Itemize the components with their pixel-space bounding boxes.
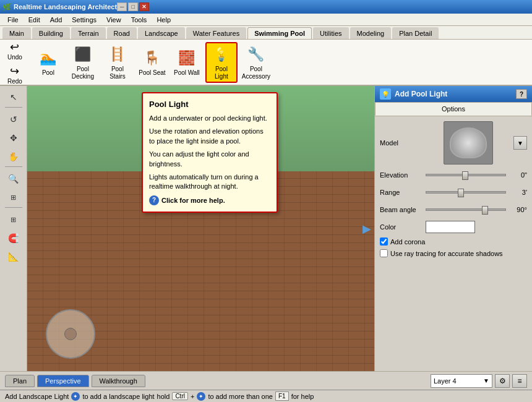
- model-preview-image: [450, 127, 487, 158]
- main-area: ↖ ↺ ✥ ✋ 🔍 ⊞ ⊞ 🧲 📐 ▶ Pool Light Add a und…: [0, 86, 532, 371]
- layer-menu-button[interactable]: ≡: [512, 374, 527, 388]
- menu-item-help[interactable]: Help: [152, 15, 176, 25]
- tooltip-p2: Use the rotation and elevation options t…: [149, 127, 270, 146]
- menu-item-file[interactable]: File: [2, 15, 24, 25]
- menu-item-edit[interactable]: Edit: [24, 15, 45, 25]
- tooltip-p3: You can adjust the light color and brigh…: [149, 150, 270, 169]
- color-swatch[interactable]: [426, 221, 475, 233]
- range-label: Range: [380, 189, 423, 196]
- compass-hand: [64, 328, 77, 340]
- ray-tracing-row: Use ray tracing for accurate shadows: [380, 249, 527, 257]
- zoom-tool[interactable]: 🔍: [4, 170, 24, 187]
- click-icon1: ✦: [71, 392, 80, 401]
- menu-item-add[interactable]: Add: [45, 15, 67, 25]
- ray-tracing-checkbox[interactable]: [380, 249, 388, 257]
- separator3: [4, 207, 23, 210]
- minimize-button[interactable]: ─: [117, 2, 127, 11]
- range-slider-container: [426, 191, 506, 194]
- status-text2: to add a landscape light: [82, 393, 154, 400]
- ribbon-item-pool-stairs[interactable]: 🪜Pool Stairs: [101, 43, 134, 82]
- menu-item-view[interactable]: View: [101, 15, 126, 25]
- tab-plan-detail[interactable]: Plan Detail: [392, 27, 439, 39]
- tab-landscape[interactable]: Landscape: [138, 27, 185, 39]
- pool-accessory-label: Pool Accessory: [242, 66, 270, 80]
- left-toolbar: ↖ ↺ ✥ ✋ 🔍 ⊞ ⊞ 🧲 📐: [0, 86, 27, 371]
- pool-light-label: Pool Light: [208, 66, 235, 80]
- grid-tool[interactable]: ⊞: [4, 211, 24, 228]
- pool-seat-icon: 🪑: [142, 48, 162, 68]
- beam-angle-row: Beam angle 90°: [380, 203, 527, 216]
- ctrl-key: Ctrl: [172, 392, 188, 400]
- ribbon-item-pool-light[interactable]: 💡Pool Light: [205, 42, 238, 83]
- menu-item-settings[interactable]: Settings: [67, 15, 101, 25]
- ribbon-item-pool[interactable]: 🏊Pool: [32, 46, 64, 79]
- add-corona-checkbox[interactable]: [380, 237, 388, 246]
- app-icon: 🌿: [2, 3, 11, 11]
- snap-tool[interactable]: 🧲: [4, 229, 24, 247]
- select-tool[interactable]: ↖: [4, 88, 24, 106]
- tab-water-features[interactable]: Water Features: [186, 27, 246, 39]
- right-panel-header: 💡 Add Pool Light ?: [375, 86, 532, 102]
- pool-light-icon: 💡: [212, 45, 231, 64]
- beam-angle-label: Beam angle: [380, 206, 423, 213]
- model-label: Model: [380, 139, 423, 147]
- panel-help-button[interactable]: ?: [516, 89, 527, 99]
- ribbon-item-pool-decking[interactable]: ⬛Pool Decking: [67, 43, 99, 82]
- ribbon-item-pool-seat[interactable]: 🪑Pool Seat: [136, 46, 168, 79]
- ribbon-item-pool-accessory[interactable]: 🔧Pool Accessory: [240, 43, 272, 82]
- canvas-area[interactable]: ▶ Pool Light Add a underwater or pool de…: [27, 86, 374, 371]
- perspective-tab[interactable]: Perspective: [37, 375, 88, 387]
- pool-icon: 🏊: [38, 48, 58, 68]
- tab-main[interactable]: Main: [2, 27, 31, 39]
- separator1: [4, 107, 23, 109]
- tooltip-p4: Lights automatically turn on during a re…: [149, 173, 270, 192]
- color-label: Color: [380, 223, 423, 231]
- elevation-value: 0": [508, 171, 527, 179]
- move-tool[interactable]: ✥: [4, 129, 24, 147]
- undo-button[interactable]: ↩ Undo: [5, 39, 25, 62]
- redo-button[interactable]: ↪ Redo: [5, 63, 25, 86]
- pool-label: Pool: [42, 69, 54, 77]
- beam-angle-value: 90°: [508, 206, 527, 213]
- f1-button[interactable]: F1: [275, 391, 289, 401]
- pan-tool[interactable]: ✋: [4, 148, 24, 165]
- maximize-button[interactable]: □: [128, 2, 138, 11]
- range-slider-thumb[interactable]: [458, 189, 464, 197]
- close-button[interactable]: ✕: [139, 2, 149, 11]
- beam-angle-slider-track: [426, 208, 506, 211]
- model-dropdown-button[interactable]: ▼: [513, 136, 527, 150]
- layer-label: Layer 4: [434, 377, 457, 385]
- tab-building[interactable]: Building: [32, 27, 70, 39]
- tab-options[interactable]: Options: [375, 102, 532, 116]
- ribbon-item-pool-wall[interactable]: 🧱Pool Wall: [171, 46, 203, 79]
- range-row: Range 3': [380, 186, 527, 199]
- pool-stairs-icon: 🪜: [108, 45, 127, 64]
- help-link[interactable]: ? Click for more help.: [149, 195, 270, 205]
- layer-dropdown[interactable]: Layer 4 ▼: [431, 374, 492, 388]
- elevation-row: Elevation 0": [380, 168, 527, 182]
- elevation-slider-thumb[interactable]: [462, 171, 468, 180]
- tab-swimming-pool[interactable]: Swimming Pool: [247, 27, 312, 39]
- separator2: [4, 166, 23, 169]
- plan-tab[interactable]: Plan: [5, 375, 35, 387]
- tab-utilities[interactable]: Utilities: [313, 27, 348, 39]
- pool-seat-label: Pool Seat: [139, 69, 165, 77]
- tooltip-title: Pool Light: [149, 100, 270, 109]
- tab-road[interactable]: Road: [107, 27, 137, 39]
- rotate-tool[interactable]: ↺: [4, 111, 24, 128]
- zoom-area-tool[interactable]: ⊞: [4, 189, 24, 206]
- beam-angle-slider-thumb[interactable]: [482, 206, 488, 215]
- tab-terrain[interactable]: Terrain: [71, 27, 106, 39]
- pool-wall-label: Pool Wall: [174, 69, 200, 77]
- walkthrough-tab[interactable]: Walkthrough: [92, 375, 145, 387]
- navigation-compass[interactable]: [46, 309, 95, 359]
- tab-modeling[interactable]: Modeling: [350, 27, 392, 39]
- direction-arrow: ▶: [363, 222, 371, 236]
- layer-settings-button[interactable]: ⚙: [495, 374, 510, 388]
- measure-tool[interactable]: 📐: [4, 248, 24, 265]
- elevation-label: Elevation: [380, 171, 423, 179]
- pool-stairs-label: Pool Stairs: [103, 66, 132, 80]
- menu-item-tools[interactable]: Tools: [126, 15, 152, 25]
- layer-select: Layer 4 ▼ ⚙ ≡: [431, 374, 527, 388]
- undo-redo-group: ↩ Undo ↪ Redo: [5, 39, 25, 86]
